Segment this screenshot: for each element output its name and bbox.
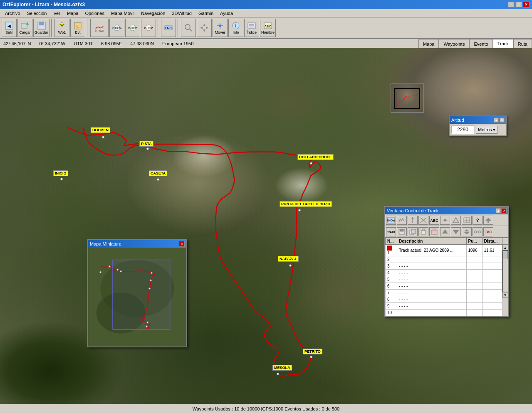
tp-track-button[interactable]: TRACK — [386, 227, 396, 236]
tp-grid-button[interactable] — [462, 216, 472, 225]
evt-button[interactable]: E Evt — [70, 19, 85, 37]
tp-dot-button[interactable] — [440, 216, 450, 225]
track-row-3[interactable]: 3- - - - — [386, 263, 508, 270]
tab-ruta[interactable]: Ruta — [513, 39, 532, 48]
tp-paste-button[interactable] — [418, 227, 428, 236]
tp-show-button[interactable]: SHOW — [386, 216, 396, 225]
tp-save-button[interactable] — [397, 227, 407, 236]
minimap-close-button[interactable]: × — [179, 241, 185, 247]
tab-track[interactable]: Track — [493, 39, 513, 48]
waypoint-inicio: INICIO — [53, 170, 68, 176]
track-row-4[interactable]: 4- - - - — [386, 270, 508, 276]
track-n-4: 4 — [386, 270, 397, 276]
tp-drop-button[interactable] — [451, 216, 461, 225]
coord-utm: UTM 30T — [74, 41, 93, 46]
salir-button[interactable]: ◀ Salir — [2, 19, 17, 37]
track-dist-8 — [482, 296, 502, 303]
zshow-button[interactable]: 0SHOW — [141, 19, 156, 37]
cargar-button[interactable]: Cargar — [17, 19, 32, 37]
waypoint-dot-caseta — [157, 178, 159, 181]
track-panel-up-button[interactable]: ▲ — [496, 208, 501, 213]
tp-up-button[interactable] — [440, 227, 450, 236]
sep4 — [178, 19, 179, 37]
oshow-button[interactable]: oSHOW — [125, 19, 140, 37]
tab-evento[interactable]: Evento — [469, 39, 492, 48]
show-button[interactable]: +SHOW — [109, 19, 124, 37]
svg-rect-69 — [400, 229, 403, 231]
track-dist-7 — [482, 290, 502, 296]
info-button[interactable]: i Info — [228, 19, 243, 37]
tp-cut-button[interactable] — [418, 216, 428, 225]
tab-waypoints[interactable]: Waypoints — [439, 39, 469, 48]
tp-vert-button[interactable] — [408, 216, 418, 225]
info-label: Info — [233, 30, 239, 34]
svg-text:+SHOW: +SHOW — [112, 27, 121, 30]
altitude-up-button[interactable]: ▲ — [494, 118, 499, 123]
track-row-10[interactable]: 10- - - - — [386, 310, 508, 316]
menu-navegacion[interactable]: Navegación — [138, 10, 168, 17]
scrollbar-down[interactable]: ▼ — [502, 292, 508, 298]
svg-point-42 — [100, 271, 101, 273]
track-row-1[interactable]: 1 Track actual: 23 AGO 2009 ... 1096 11,… — [386, 245, 508, 256]
scrollbar-track[interactable] — [502, 251, 508, 292]
track-row-2[interactable]: 2- - - - — [386, 256, 508, 263]
tp-abc-button[interactable]: ABC — [429, 216, 439, 225]
altitude-close-button[interactable]: ✕ — [500, 118, 505, 123]
altitude-unit-select[interactable]: Metros ▾ — [476, 126, 497, 134]
indice-button[interactable]: Índice — [244, 19, 259, 37]
track-row-9[interactable]: 9- - - - — [386, 303, 508, 310]
wp1-button[interactable]: W Wp1 — [54, 19, 69, 37]
minimize-button[interactable]: ─ — [508, 2, 515, 7]
maximize-button[interactable]: □ — [515, 2, 522, 7]
track-row-8[interactable]: 8- - - - — [386, 296, 508, 303]
minimap: Mapa Miniatura × — [87, 239, 187, 347]
scrollbar-thumb[interactable] — [503, 251, 508, 259]
window-title: OziExplorer - Lizara - Mesola.ozfx3 — [2, 2, 85, 7]
search-button[interactable] — [181, 19, 196, 37]
track-add-button[interactable]: +TRACK — [90, 19, 109, 37]
tp-export-button[interactable] — [483, 216, 493, 225]
tp-profile-button[interactable] — [397, 216, 407, 225]
tab-mapa[interactable]: Mapa — [418, 39, 439, 48]
scrollbar-up[interactable]: ▲ — [502, 245, 508, 251]
menu-ver[interactable]: Ver — [50, 10, 64, 17]
track-panel: Ventana Control de Track ▲ ✕ SHOW ABC — [384, 206, 509, 317]
pan-button[interactable] — [197, 19, 212, 37]
track-row-6[interactable]: 6- - - - — [386, 283, 508, 290]
menu-garmin[interactable]: Garmin — [195, 10, 217, 17]
tp-delete-button[interactable] — [429, 227, 439, 236]
track-panel-close-button[interactable]: ✕ — [502, 208, 507, 213]
svg-text:i: i — [235, 23, 237, 28]
guardar-button[interactable]: Guardar — [33, 19, 49, 37]
mover-label: Mover — [215, 30, 225, 34]
menu-ayuda[interactable]: Ayuda — [217, 10, 236, 17]
tp-question-button[interactable]: ? — [473, 216, 483, 225]
menu-mapa[interactable]: Mapa — [64, 10, 82, 17]
mover-button[interactable]: Mover — [213, 19, 228, 37]
svg-marker-81 — [464, 229, 469, 231]
track-row-5[interactable]: 5- - - - — [386, 276, 508, 283]
tp-connect-button[interactable] — [473, 227, 483, 236]
track-panel-title: Ventana Control de Track — [387, 208, 438, 213]
menu-altitud[interactable]: 3D/Altitud — [168, 10, 195, 17]
track-desc-1: Track actual: 23 AGO 2009 ... — [397, 245, 467, 256]
tp-disconnect-button[interactable] — [483, 227, 493, 236]
track-pu-8 — [466, 296, 482, 303]
menu-mapa-movil[interactable]: Mapa Móvil — [108, 10, 138, 17]
tp-down-button[interactable] — [451, 227, 461, 236]
menu-opciones[interactable]: Opciones — [82, 10, 107, 17]
close-button[interactable]: ✕ — [523, 2, 530, 7]
nombre-button[interactable]: ABC Nombre — [260, 19, 276, 37]
menu-seleccion[interactable]: Selección — [24, 10, 50, 17]
waypoint-mesola: MESOLA — [272, 365, 292, 371]
terrain-patch-2 — [21, 173, 125, 248]
tp-copy-button[interactable] — [408, 227, 418, 236]
menu-archivo[interactable]: Archivo — [2, 10, 24, 17]
track-pu-7 — [466, 290, 482, 296]
track-row-7[interactable]: 7- - - - — [386, 290, 508, 296]
tp-both-button[interactable] — [462, 227, 472, 236]
lnc-button[interactable]: LNC — [161, 19, 176, 37]
map-area[interactable]: DOLMEN PISTA INICIO CASETA COLLADO CRUCE… — [0, 48, 532, 404]
altitude-titlebar: Altitud ▲ ✕ — [450, 116, 506, 124]
track-panel-titlebar: Ventana Control de Track ▲ ✕ — [385, 207, 508, 214]
